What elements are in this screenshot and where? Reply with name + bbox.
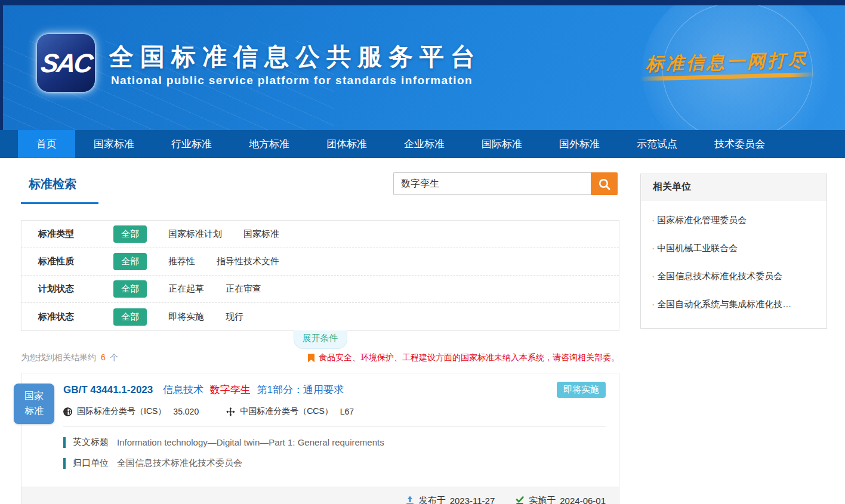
search-input[interactable] — [393, 172, 591, 195]
related-units-list: 国家标准化管理委员会 中国机械工业联合会 全国信息技术标准化技术委员会 全国自动… — [641, 200, 827, 328]
filter-row-type: 标准类型 全部 国家标准计划 国家标准 — [21, 221, 619, 248]
page-title: 标准检索 — [21, 172, 98, 192]
filter-option[interactable]: 正在审查 — [226, 283, 261, 295]
card-footer: 发布于 2023-11-27 实施于 2024-06-01 — [21, 487, 619, 504]
content: 标准检索 标准类型 全部 国家标准计划 — [0, 158, 845, 504]
related-units-panel: 相关单位 国家标准化管理委员会 中国机械工业联合会 全国信息技术标准化技术委员会… — [640, 174, 827, 329]
standard-code: GB/T 43441.1-2023 — [63, 384, 153, 395]
filter-option[interactable]: 指导性技术文件 — [217, 256, 279, 267]
filter-option[interactable]: 即将实施 — [168, 311, 204, 323]
section-title-block: 标准检索 — [21, 172, 98, 204]
nav-tab-technical-committees[interactable]: 技术委员会 — [696, 130, 784, 158]
ics-value: 35.020 — [173, 407, 199, 416]
nav-tab-enterprise-standards[interactable]: 企业标准 — [386, 130, 463, 158]
filter-row-nature: 标准性质 全部 推荐性 指导性技术文件 — [21, 248, 619, 276]
nav-tab-national-standards[interactable]: 国家标准 — [75, 130, 153, 158]
globe-icon — [63, 407, 72, 416]
sac-logo-text: SAC — [39, 48, 93, 78]
filter-all-button[interactable]: 全部 — [113, 225, 147, 243]
nav-tab-foreign-standards[interactable]: 国外标准 — [541, 130, 618, 158]
ics-group: 国际标准分类号（ICS） 35.020 — [63, 406, 199, 417]
filter-option[interactable]: 正在起草 — [168, 283, 204, 295]
expand-conditions-button[interactable]: 展开条件 — [294, 330, 347, 349]
system-notice: 食品安全、环境保护、工程建设方面的国家标准未纳入本系统，请咨询相关部委。 — [308, 353, 619, 363]
nav-tab-industry-standards[interactable]: 行业标准 — [153, 130, 230, 158]
search-term-highlight: 数字孪生 — [210, 384, 251, 395]
committee-label: 归口单位 — [73, 457, 109, 469]
publish-date-group: 发布于 2023-11-27 — [405, 495, 495, 504]
publish-upload-icon — [405, 496, 415, 504]
status-badge: 即将实施 — [557, 382, 606, 398]
site-header: SAC 全国标准信息公共服务平台 National public service… — [0, 0, 845, 130]
filter-label: 标准性质 — [38, 256, 94, 267]
card-divider — [63, 426, 606, 427]
english-title-label: 英文标题 — [73, 437, 109, 448]
filter-option[interactable]: 推荐性 — [168, 256, 195, 267]
related-unit-link[interactable]: 全国自动化系统与集成标准化技… — [652, 290, 816, 319]
search-button[interactable] — [591, 172, 618, 195]
filter-label: 标准状态 — [38, 311, 94, 323]
related-unit-link[interactable]: 国家标准化管理委员会 — [652, 206, 816, 234]
result-info-row: 为您找到相关结果约 6 个 食品安全、环境保护、工程建设方面的国家标准未纳入本系… — [21, 353, 619, 363]
ics-label: 国际标准分类号（ICS） — [77, 406, 166, 417]
result-count-prefix: 为您找到相关结果约 — [21, 353, 96, 362]
site-title-cn: 全国标准信息公共服务平台 — [109, 41, 482, 73]
classification-row: 国际标准分类号（ICS） 35.020 — [63, 406, 606, 417]
teal-bar — [63, 437, 66, 448]
implement-date: 2024-06-01 — [560, 496, 606, 504]
result-count-number: 6 — [101, 353, 106, 362]
committee-row: 归口单位 全国信息技术标准化技术委员会 — [63, 457, 606, 469]
filter-label: 标准类型 — [38, 228, 94, 240]
nav-tab-local-standards[interactable]: 地方标准 — [230, 130, 308, 158]
filter-option[interactable]: 现行 — [226, 311, 243, 323]
search-row: 标准检索 — [21, 172, 619, 212]
implement-check-icon — [515, 496, 525, 504]
filter-row-plan-status: 计划状态 全部 正在起草 正在审查 — [21, 276, 619, 303]
ccs-label: 中国标准分类号（CCS） — [240, 406, 333, 417]
notice-text: 食品安全、环境保护、工程建设方面的国家标准未纳入本系统，请咨询相关部委。 — [319, 353, 619, 363]
nav-tab-international-standards[interactable]: 国际标准 — [463, 130, 541, 158]
header-left-edge — [0, 0, 3, 130]
main-nav: 首页 国家标准 行业标准 地方标准 团体标准 企业标准 国际标准 国外标准 示范… — [0, 130, 845, 158]
filter-panel: 标准类型 全部 国家标准计划 国家标准 标准性质 全部 推荐性 指导性技术文件 … — [21, 220, 619, 331]
filter-all-button[interactable]: 全部 — [113, 308, 147, 326]
standard-title-link[interactable]: GB/T 43441.1-2023 信息技术 数字孪生 第1部分：通用要求 — [63, 383, 606, 397]
implement-date-group: 实施于 2024-06-01 — [515, 495, 606, 504]
publish-date: 2023-11-27 — [450, 496, 495, 504]
filter-all-button[interactable]: 全部 — [113, 253, 147, 270]
search-icon — [598, 178, 610, 190]
ccs-group: 中国标准分类号（CCS） L67 — [226, 406, 354, 417]
publish-label: 发布于 — [419, 495, 446, 504]
result-count-suffix: 个 — [110, 353, 119, 362]
main-column: 标准检索 标准类型 全部 国家标准计划 — [21, 172, 619, 504]
filter-label: 计划状态 — [38, 283, 94, 295]
standard-card: 国家 标准 GB/T 43441.1-2023 信息技术 数字孪生 第1部分：通… — [21, 373, 619, 504]
nav-tab-group-standards[interactable]: 团体标准 — [308, 130, 386, 158]
bookmark-icon — [308, 354, 314, 363]
implement-label: 实施于 — [529, 495, 556, 504]
english-title-value: Information technology—Digital twin—Part… — [117, 437, 384, 447]
committee-value: 全国信息技术标准化技术委员会 — [117, 457, 242, 469]
filter-option[interactable]: 国家标准计划 — [168, 228, 222, 240]
header-top-edge — [0, 0, 845, 5]
nav-tab-home[interactable]: 首页 — [18, 130, 75, 158]
related-units-title: 相关单位 — [641, 174, 827, 200]
related-unit-link[interactable]: 中国机械工业联合会 — [652, 234, 816, 262]
standard-title-rest: 第1部分：通用要求 — [257, 384, 343, 395]
result-count: 为您找到相关结果约 6 个 — [21, 353, 119, 363]
standard-title-text: 信息技术 — [163, 384, 203, 395]
title-underline — [21, 202, 98, 204]
move-cross-icon — [226, 407, 235, 416]
nav-tab-pilot[interactable]: 示范试点 — [618, 130, 696, 158]
site-title-en: National public service platform for sta… — [111, 74, 473, 87]
ccs-value: L67 — [340, 407, 354, 416]
page: SAC 全国标准信息公共服务平台 National public service… — [0, 0, 845, 504]
filter-all-button[interactable]: 全部 — [113, 280, 147, 298]
sac-logo[interactable]: SAC — [37, 34, 95, 92]
card-body: GB/T 43441.1-2023 信息技术 数字孪生 第1部分：通用要求 即将… — [21, 373, 619, 484]
filter-row-standard-status: 标准状态 全部 即将实施 现行 — [21, 303, 619, 330]
related-unit-link[interactable]: 全国信息技术标准化技术委员会 — [652, 262, 816, 290]
search-group — [393, 172, 618, 195]
english-title-row: 英文标题 Information technology—Digital twin… — [63, 437, 606, 448]
filter-option[interactable]: 国家标准 — [243, 228, 279, 240]
